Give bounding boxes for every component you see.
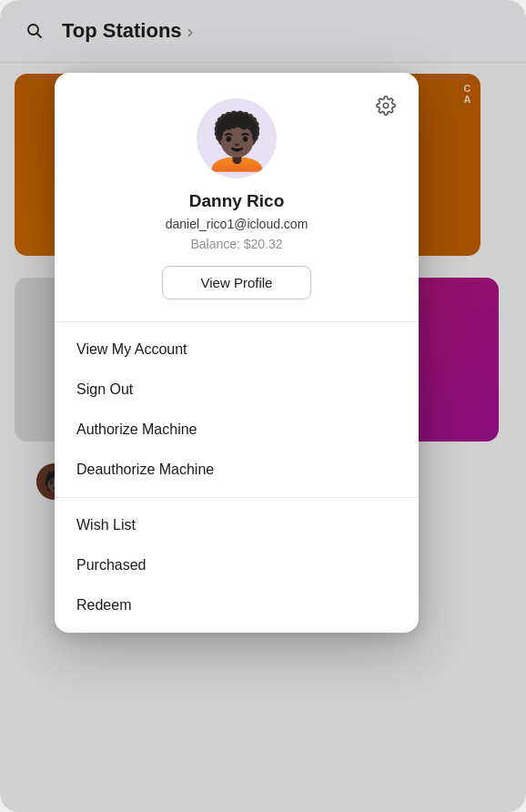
user-name: Danny Rico (189, 191, 285, 211)
user-email: daniel_rico1@icloud.com (166, 217, 309, 231)
menu-item-sign-out[interactable]: Sign Out (55, 370, 419, 410)
settings-button[interactable] (369, 89, 402, 122)
menu-item-purchased[interactable]: Purchased (55, 545, 419, 585)
profile-section: 🧑🏿‍🦱 Danny Rico daniel_rico1@icloud.com … (55, 73, 419, 322)
menu-item-authorize[interactable]: Authorize Machine (55, 410, 419, 450)
menu-item-redeem[interactable]: Redeem (55, 585, 419, 625)
dropdown-card: 🧑🏿‍🦱 Danny Rico daniel_rico1@icloud.com … (55, 73, 419, 633)
avatar-emoji: 🧑🏿‍🦱 (203, 115, 271, 169)
menu-section-2: Wish List Purchased Redeem (55, 498, 419, 633)
menu-section-1: View My Account Sign Out Authorize Machi… (55, 322, 419, 498)
user-balance: Balance: $20.32 (190, 237, 282, 251)
view-profile-button[interactable]: View Profile (162, 266, 312, 299)
avatar: 🧑🏿‍🦱 (197, 98, 277, 178)
menu-item-view-account[interactable]: View My Account (55, 330, 419, 370)
menu-item-deauthorize[interactable]: Deauthorize Machine (55, 450, 419, 490)
menu-item-wish-list[interactable]: Wish List (55, 505, 419, 545)
